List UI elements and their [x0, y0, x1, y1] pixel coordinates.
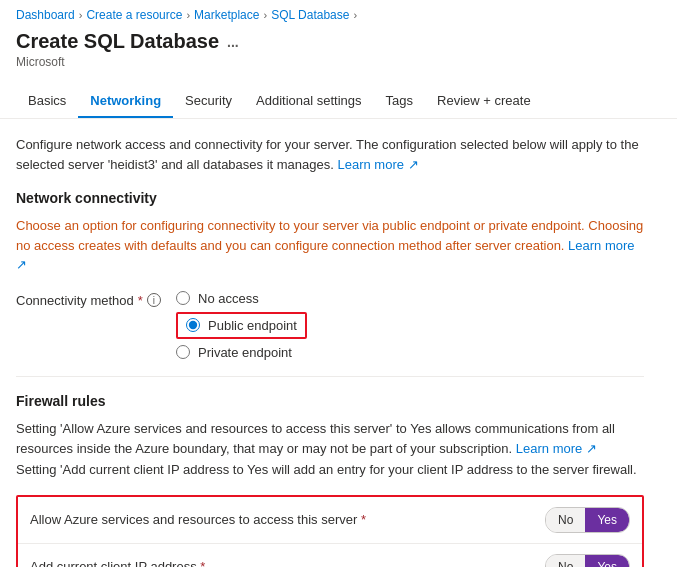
- radio-no-access[interactable]: No access: [176, 291, 307, 306]
- network-connectivity-title: Network connectivity: [16, 190, 644, 206]
- breadcrumb-sep-4: ›: [353, 9, 357, 21]
- tab-review-create[interactable]: Review + create: [425, 85, 543, 118]
- tab-additional-settings[interactable]: Additional settings: [244, 85, 374, 118]
- breadcrumb-dashboard[interactable]: Dashboard: [16, 8, 75, 22]
- radio-private-endpoint[interactable]: Private endpoint: [176, 345, 307, 360]
- network-learn-more-link[interactable]: Learn more ↗: [16, 238, 635, 273]
- breadcrumb-create-resource[interactable]: Create a resource: [86, 8, 182, 22]
- main-content: Configure network access and connectivit…: [0, 119, 660, 567]
- firewall-description: Setting 'Allow Azure services and resour…: [16, 419, 644, 481]
- tab-basics[interactable]: Basics: [16, 85, 78, 118]
- firewall-client-ip-no[interactable]: No: [546, 555, 585, 567]
- section-divider: [16, 376, 644, 377]
- page-title-ellipsis[interactable]: ...: [227, 34, 239, 50]
- breadcrumb-marketplace[interactable]: Marketplace: [194, 8, 259, 22]
- firewall-allow-azure-toggle[interactable]: No Yes: [545, 507, 630, 533]
- firewall-client-ip-yes[interactable]: Yes: [585, 555, 629, 567]
- tab-tags[interactable]: Tags: [374, 85, 425, 118]
- firewall-learn-more-link[interactable]: Learn more ↗: [516, 441, 597, 456]
- radio-public-endpoint-input[interactable]: [186, 318, 200, 332]
- page-header: Create SQL Database ... Microsoft: [0, 26, 677, 77]
- firewall-allow-azure-required: *: [361, 512, 366, 527]
- radio-public-endpoint[interactable]: Public endpoint: [176, 312, 307, 339]
- firewall-row-allow-azure: Allow Azure services and resources to ac…: [18, 497, 642, 544]
- tabs-container: Basics Networking Security Additional se…: [0, 85, 677, 119]
- connectivity-required-marker: *: [138, 293, 143, 308]
- page-title-row: Create SQL Database ...: [16, 30, 661, 53]
- tab-security[interactable]: Security: [173, 85, 244, 118]
- firewall-allow-azure-no[interactable]: No: [546, 508, 585, 532]
- breadcrumb: Dashboard › Create a resource › Marketpl…: [0, 0, 677, 26]
- connectivity-radio-group: No access Public endpoint Private endpoi…: [176, 291, 307, 360]
- connectivity-method-label: Connectivity method * i: [16, 291, 176, 308]
- firewall-allow-azure-yes[interactable]: Yes: [585, 508, 629, 532]
- radio-private-endpoint-label: Private endpoint: [198, 345, 292, 360]
- tab-networking[interactable]: Networking: [78, 85, 173, 118]
- connectivity-info-icon[interactable]: i: [147, 293, 161, 307]
- connectivity-method-row: Connectivity method * i No access Public…: [16, 291, 644, 360]
- networking-learn-more-link[interactable]: Learn more ↗: [337, 157, 418, 172]
- firewall-row-client-ip: Add current client IP address * No Yes: [18, 544, 642, 567]
- radio-no-access-input[interactable]: [176, 291, 190, 305]
- firewall-rules-box: Allow Azure services and resources to ac…: [16, 495, 644, 567]
- page-subtitle: Microsoft: [16, 55, 661, 69]
- breadcrumb-sql-database[interactable]: SQL Database: [271, 8, 349, 22]
- radio-no-access-label: No access: [198, 291, 259, 306]
- firewall-client-ip-toggle[interactable]: No Yes: [545, 554, 630, 567]
- firewall-client-ip-required: *: [200, 559, 205, 567]
- breadcrumb-sep-2: ›: [186, 9, 190, 21]
- radio-public-endpoint-label: Public endpoint: [208, 318, 297, 333]
- firewall-allow-azure-label: Allow Azure services and resources to ac…: [30, 511, 545, 529]
- radio-private-endpoint-input[interactable]: [176, 345, 190, 359]
- firewall-rules-title: Firewall rules: [16, 393, 644, 409]
- networking-description: Configure network access and connectivit…: [16, 135, 644, 174]
- breadcrumb-sep-1: ›: [79, 9, 83, 21]
- breadcrumb-sep-3: ›: [263, 9, 267, 21]
- page-title-text: Create SQL Database: [16, 30, 219, 53]
- firewall-client-ip-label: Add current client IP address *: [30, 558, 545, 567]
- network-connectivity-desc: Choose an option for configuring connect…: [16, 216, 644, 275]
- radio-public-endpoint-highlight: Public endpoint: [176, 312, 307, 339]
